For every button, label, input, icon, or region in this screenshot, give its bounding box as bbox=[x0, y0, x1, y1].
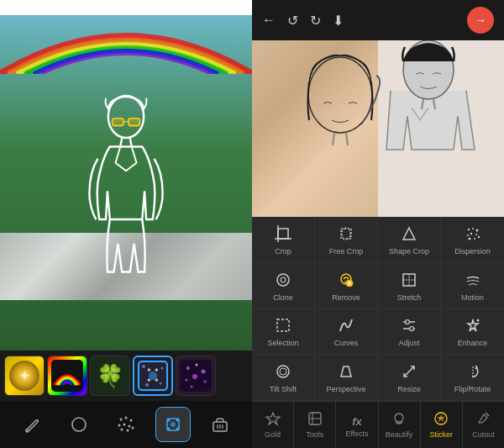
remove-label: Remove bbox=[332, 293, 360, 302]
right-image-area bbox=[252, 40, 504, 217]
tool-resize[interactable]: Resize bbox=[378, 355, 441, 401]
nav-effects[interactable]: fx Effects bbox=[336, 402, 378, 448]
brush-tool[interactable] bbox=[14, 407, 50, 442]
svg-point-34 bbox=[121, 429, 123, 431]
topbar-left-icons: ← ↺ ↻ ⬇ bbox=[262, 13, 344, 29]
adjust-icon bbox=[401, 317, 417, 336]
effects-nav-icon: fx bbox=[352, 413, 362, 428]
svg-point-66 bbox=[477, 236, 479, 238]
nav-gold[interactable]: Gold bbox=[252, 402, 294, 448]
tool-flip-rotate[interactable]: Flip/Rotate bbox=[441, 355, 504, 401]
tool-tilt-shift[interactable]: Tilt Shift bbox=[252, 355, 315, 401]
tool-dispersion[interactable]: Dispersion bbox=[441, 217, 504, 263]
nav-sticker[interactable]: Sticker bbox=[421, 402, 463, 448]
selection-icon bbox=[275, 317, 291, 336]
eraser-tool[interactable] bbox=[61, 407, 97, 442]
enhance-icon bbox=[465, 317, 481, 336]
svg-point-65 bbox=[474, 238, 475, 240]
tool-shape-crop[interactable]: Shape Crop bbox=[378, 217, 441, 263]
right-topbar: ← ↺ ↻ ⬇ → bbox=[252, 0, 504, 40]
svg-point-25 bbox=[191, 386, 193, 388]
selection-label: Selection bbox=[267, 339, 298, 347]
flip-rotate-label: Flip/Rotate bbox=[454, 385, 491, 393]
tool-remove[interactable]: Remove bbox=[315, 263, 378, 309]
tool-adjust[interactable]: Adjust bbox=[378, 309, 441, 356]
svg-line-5 bbox=[130, 138, 132, 147]
crop-icon bbox=[275, 225, 291, 245]
svg-point-23 bbox=[192, 374, 197, 379]
svg-point-33 bbox=[129, 425, 131, 428]
delete-tool[interactable] bbox=[202, 407, 238, 442]
left-image-area bbox=[0, 15, 252, 350]
tool-stretch[interactable]: Stretch bbox=[378, 263, 441, 309]
tool-motion[interactable]: Motion bbox=[441, 263, 504, 309]
svg-point-16 bbox=[145, 383, 149, 387]
right-bottom-nav: Gold Tools fx Effects Beautify Sticker C… bbox=[252, 401, 504, 448]
svg-point-80 bbox=[277, 366, 289, 377]
sticker-gold[interactable]: ✦ bbox=[4, 356, 45, 396]
svg-point-19 bbox=[186, 366, 190, 370]
left-toolbar bbox=[0, 401, 252, 448]
free-crop-icon bbox=[338, 225, 354, 245]
tool-selection[interactable]: Selection bbox=[252, 309, 315, 356]
svg-point-58 bbox=[467, 229, 469, 230]
tool-curves[interactable]: Curves bbox=[315, 309, 378, 356]
perspective-label: Perspective bbox=[326, 385, 365, 393]
svg-marker-57 bbox=[403, 228, 415, 240]
svg-point-63 bbox=[475, 234, 477, 235]
svg-point-81 bbox=[280, 368, 286, 375]
cutout-nav-icon bbox=[475, 411, 491, 429]
sticker-clover[interactable]: 🍀 bbox=[90, 356, 130, 396]
shape-crop-label: Shape Crop bbox=[389, 247, 429, 256]
right-panel: ← ↺ ↻ ⬇ → bbox=[252, 0, 504, 448]
svg-text:✦ ✦: ✦ ✦ bbox=[146, 377, 160, 384]
svg-point-15 bbox=[161, 367, 164, 370]
svg-point-27 bbox=[72, 418, 86, 431]
svg-point-24 bbox=[203, 380, 207, 383]
beautify-nav-icon bbox=[391, 411, 407, 429]
svg-point-64 bbox=[468, 237, 470, 240]
download-icon[interactable]: ⬇ bbox=[333, 13, 344, 29]
nav-beautify[interactable]: Beautify bbox=[379, 402, 421, 448]
svg-point-21 bbox=[202, 370, 206, 374]
sticker-rainbow[interactable] bbox=[47, 356, 87, 396]
svg-point-41 bbox=[168, 428, 171, 430]
tool-clone[interactable]: Clone bbox=[252, 263, 315, 309]
tool-crop[interactable]: Crop bbox=[252, 217, 315, 263]
sticker-sparkle[interactable]: ✦ ✦ ✦ ✦ bbox=[133, 356, 173, 396]
nav-cutout[interactable]: Cutout bbox=[463, 402, 504, 448]
svg-point-61 bbox=[467, 235, 469, 236]
sticker-brush-tool[interactable] bbox=[155, 407, 191, 442]
sticker-strip: ✦ 🍀 ✦ ✦ ✦ ✦ bbox=[0, 350, 252, 401]
curves-label: Curves bbox=[334, 339, 359, 347]
svg-text:✦: ✦ bbox=[18, 367, 31, 384]
figure-outline bbox=[63, 94, 189, 304]
beautify-nav-label: Beautify bbox=[386, 430, 413, 439]
undo-icon[interactable]: ↺ bbox=[287, 13, 298, 29]
curves-icon bbox=[338, 317, 354, 336]
svg-point-0 bbox=[108, 96, 144, 138]
shape-crop-icon bbox=[401, 225, 417, 245]
svg-point-67 bbox=[277, 274, 289, 286]
sketch-overlay bbox=[252, 40, 504, 217]
resize-label: Resize bbox=[397, 385, 421, 393]
svg-point-17 bbox=[160, 382, 162, 385]
sticker-purple[interactable] bbox=[176, 356, 216, 396]
tool-free-crop[interactable]: Free Crop bbox=[315, 217, 378, 263]
motion-icon bbox=[465, 271, 481, 291]
clone-label: Clone bbox=[273, 293, 293, 302]
sticker-nav-icon bbox=[433, 411, 449, 429]
tool-perspective[interactable]: Perspective bbox=[315, 355, 378, 401]
nav-tools[interactable]: Tools bbox=[294, 402, 336, 448]
svg-point-79 bbox=[476, 319, 479, 322]
svg-point-35 bbox=[127, 430, 129, 432]
dispersion-icon bbox=[465, 225, 481, 245]
redo-icon[interactable]: ↻ bbox=[310, 13, 321, 29]
svg-text:✦ ✦: ✦ ✦ bbox=[146, 366, 160, 374]
next-button[interactable]: → bbox=[467, 7, 494, 34]
dispersion-label: Dispersion bbox=[454, 247, 491, 256]
scatter-tool[interactable] bbox=[108, 407, 144, 442]
back-icon[interactable]: ← bbox=[262, 13, 276, 28]
tool-enhance[interactable]: Enhance bbox=[441, 309, 504, 356]
gold-nav-label: Gold bbox=[265, 430, 281, 439]
